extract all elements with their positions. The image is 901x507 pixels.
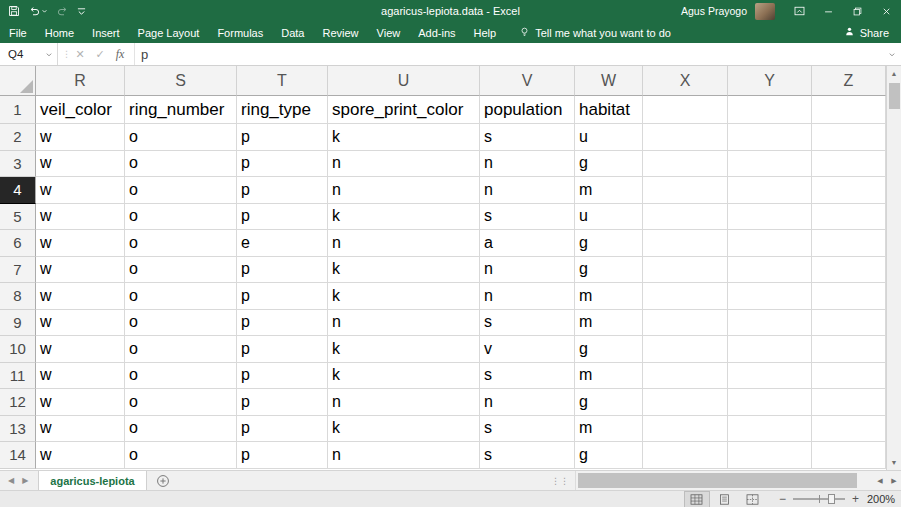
restore-button[interactable] xyxy=(843,0,872,22)
cell-W1[interactable]: habitat xyxy=(575,96,643,124)
customize-qat-icon[interactable] xyxy=(74,0,89,22)
formula-bar-expand-icon[interactable] xyxy=(883,43,901,65)
cell-V14[interactable]: s xyxy=(480,442,575,469)
cell-Y7[interactable] xyxy=(728,257,812,284)
cell-Z11[interactable] xyxy=(812,363,886,390)
cell-W4[interactable]: m xyxy=(575,177,643,204)
row-header-9[interactable]: 9 xyxy=(0,310,36,337)
confirm-entry-icon[interactable]: ✓ xyxy=(90,48,110,61)
column-header-T[interactable]: T xyxy=(237,66,328,96)
cell-X13[interactable] xyxy=(643,416,728,443)
row-header-6[interactable]: 6 xyxy=(0,230,36,257)
column-header-W[interactable]: W xyxy=(575,66,643,96)
cell-S2[interactable]: o xyxy=(125,124,237,151)
cell-W6[interactable]: g xyxy=(575,230,643,257)
ribbon-tab-file[interactable]: File xyxy=(0,22,36,43)
insert-function-icon[interactable]: fx xyxy=(110,47,130,62)
cell-X12[interactable] xyxy=(643,389,728,416)
cell-T10[interactable]: p xyxy=(237,336,328,363)
cell-T12[interactable]: p xyxy=(237,389,328,416)
cell-S1[interactable]: ring_number xyxy=(125,96,237,124)
cell-U12[interactable]: n xyxy=(328,389,480,416)
formula-input[interactable]: p xyxy=(135,43,883,65)
cell-R3[interactable]: w xyxy=(36,151,125,178)
cell-Y11[interactable] xyxy=(728,363,812,390)
cell-Y5[interactable] xyxy=(728,204,812,231)
cell-U2[interactable]: k xyxy=(328,124,480,151)
page-layout-view-icon[interactable] xyxy=(713,492,737,507)
cell-Z6[interactable] xyxy=(812,230,886,257)
cell-Z7[interactable] xyxy=(812,257,886,284)
cell-Y14[interactable] xyxy=(728,442,812,469)
cell-V10[interactable]: v xyxy=(480,336,575,363)
ribbon-tab-data[interactable]: Data xyxy=(272,22,313,43)
cell-U8[interactable]: k xyxy=(328,283,480,310)
new-sheet-button[interactable] xyxy=(147,471,179,490)
cell-S10[interactable]: o xyxy=(125,336,237,363)
cell-T13[interactable]: p xyxy=(237,416,328,443)
scroll-down-icon[interactable]: ▼ xyxy=(887,455,901,470)
row-header-2[interactable]: 2 xyxy=(0,124,36,151)
row-header-13[interactable]: 13 xyxy=(0,416,36,443)
account-name[interactable]: Agus Prayogo xyxy=(681,5,747,17)
row-header-4[interactable]: 4 xyxy=(0,177,36,204)
cell-V3[interactable]: n xyxy=(480,151,575,178)
cell-T6[interactable]: e xyxy=(237,230,328,257)
ribbon-tab-formulas[interactable]: Formulas xyxy=(208,22,272,43)
cell-Z3[interactable] xyxy=(812,151,886,178)
cell-R12[interactable]: w xyxy=(36,389,125,416)
share-button[interactable]: Share xyxy=(832,22,901,43)
cell-R9[interactable]: w xyxy=(36,310,125,337)
cell-T1[interactable]: ring_type xyxy=(237,96,328,124)
cell-X10[interactable] xyxy=(643,336,728,363)
cell-S8[interactable]: o xyxy=(125,283,237,310)
cell-R1[interactable]: veil_color xyxy=(36,96,125,124)
cell-U4[interactable]: n xyxy=(328,177,480,204)
row-header-10[interactable]: 10 xyxy=(0,336,36,363)
cell-R8[interactable]: w xyxy=(36,283,125,310)
minimize-button[interactable] xyxy=(814,0,843,22)
cell-U3[interactable]: n xyxy=(328,151,480,178)
cell-W8[interactable]: m xyxy=(575,283,643,310)
select-all-button[interactable] xyxy=(0,66,36,96)
cell-Y8[interactable] xyxy=(728,283,812,310)
cell-X11[interactable] xyxy=(643,363,728,390)
cell-Y13[interactable] xyxy=(728,416,812,443)
zoom-level[interactable]: 200% xyxy=(867,493,901,505)
cell-R11[interactable]: w xyxy=(36,363,125,390)
cell-V5[interactable]: s xyxy=(480,204,575,231)
cell-V11[interactable]: s xyxy=(480,363,575,390)
cell-T7[interactable]: p xyxy=(237,257,328,284)
cell-W7[interactable]: g xyxy=(575,257,643,284)
cell-T9[interactable]: p xyxy=(237,310,328,337)
ribbon-tab-help[interactable]: Help xyxy=(465,22,506,43)
cell-W12[interactable]: g xyxy=(575,389,643,416)
cell-U7[interactable]: k xyxy=(328,257,480,284)
row-header-5[interactable]: 5 xyxy=(0,204,36,231)
cell-V1[interactable]: population xyxy=(480,96,575,124)
vertical-scrollbar[interactable]: ▲ ▼ xyxy=(886,66,901,470)
zoom-out-icon[interactable]: − xyxy=(779,492,786,506)
ribbon-tab-insert[interactable]: Insert xyxy=(83,22,129,43)
cell-X7[interactable] xyxy=(643,257,728,284)
cell-Z1[interactable] xyxy=(812,96,886,124)
cell-U14[interactable]: n xyxy=(328,442,480,469)
cell-Y6[interactable] xyxy=(728,230,812,257)
cell-T5[interactable]: p xyxy=(237,204,328,231)
ribbon-tab-home[interactable]: Home xyxy=(36,22,83,43)
cell-S4[interactable]: o xyxy=(125,177,237,204)
cell-Z9[interactable] xyxy=(812,310,886,337)
cell-Y1[interactable] xyxy=(728,96,812,124)
cell-W2[interactable]: u xyxy=(575,124,643,151)
cell-Z2[interactable] xyxy=(812,124,886,151)
cell-V4[interactable]: n xyxy=(480,177,575,204)
cell-W3[interactable]: g xyxy=(575,151,643,178)
cell-U5[interactable]: k xyxy=(328,204,480,231)
cell-Y10[interactable] xyxy=(728,336,812,363)
cell-X2[interactable] xyxy=(643,124,728,151)
cell-W14[interactable]: g xyxy=(575,442,643,469)
scrollbar-splitter-icon[interactable]: ⋮⋮ xyxy=(545,471,575,490)
close-button[interactable] xyxy=(872,0,901,22)
sheet-tab-agaricus-lepiota[interactable]: agaricus-lepiota xyxy=(38,471,146,490)
cell-U6[interactable]: n xyxy=(328,230,480,257)
